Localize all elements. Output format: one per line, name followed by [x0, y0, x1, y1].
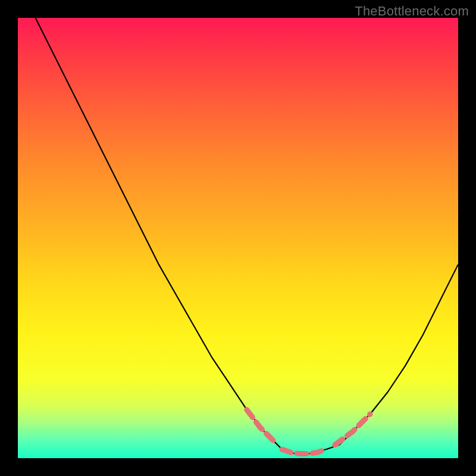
bottleneck-curve-path	[36, 18, 458, 454]
highlight-segment	[335, 414, 370, 445]
plot-area	[18, 18, 458, 458]
highlight-segment	[247, 410, 273, 441]
chart-svg	[18, 18, 458, 458]
watermark-text: TheBottleneck.com	[355, 4, 469, 19]
highlight-segment	[282, 449, 326, 453]
